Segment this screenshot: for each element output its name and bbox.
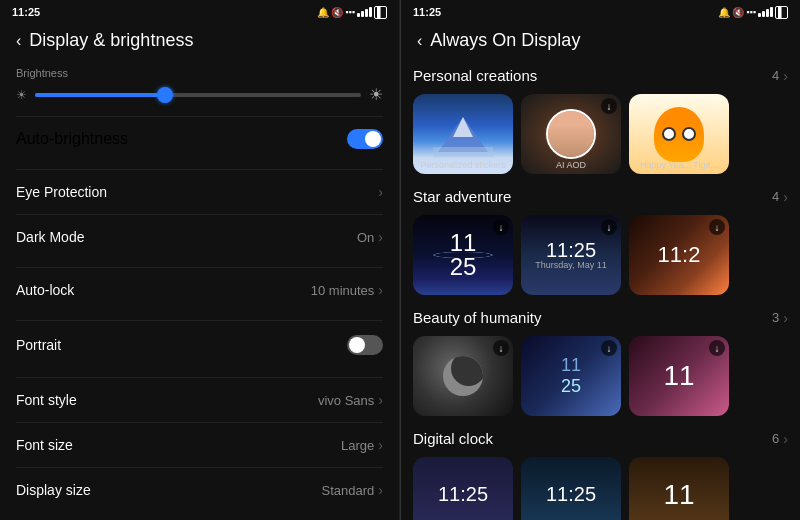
battery-icon-right: ▌	[775, 6, 788, 19]
personal-creations-row: Personalized stickers ↓ AI AOD	[413, 94, 788, 174]
bar4	[369, 7, 372, 17]
portrait-face	[548, 111, 594, 157]
page-title-right: Always On Display	[430, 30, 580, 51]
font-size-row[interactable]: Font size Large ›	[16, 422, 383, 467]
auto-lock-label: Auto-lock	[16, 282, 74, 298]
digital-count-chevron: ›	[783, 431, 788, 447]
dig2-time: 11:25	[546, 483, 596, 506]
display-size-status: Standard	[322, 483, 375, 498]
beauty-header: Beauty of humanity 3 ›	[413, 309, 788, 326]
personal-creations-count[interactable]: 4 ›	[772, 68, 788, 84]
auto-lock-row[interactable]: Auto-lock 10 minutes ›	[16, 267, 383, 312]
beauty2-min: 25	[561, 376, 581, 397]
font-style-row[interactable]: Font style vivo Sans ›	[16, 377, 383, 422]
auto-lock-value: 10 minutes ›	[311, 282, 383, 298]
status-icons-left: 🔔 🔇 ▪▪▪ ▌	[317, 6, 387, 19]
moon-shape	[443, 356, 483, 396]
personal-creations-title: Personal creations	[413, 67, 537, 84]
digital-count-number: 6	[772, 431, 779, 446]
star-adventure-count[interactable]: 4 ›	[772, 189, 788, 205]
aod-item-tiger[interactable]: Happy Yea... Tige...	[629, 94, 729, 174]
star-count-number: 4	[772, 189, 779, 204]
dig2-clock: 11:25	[546, 483, 596, 506]
star-adventure-header: Star adventure 4 ›	[413, 188, 788, 205]
aod-item-star2[interactable]: 11:25 Thursday, May 11 ↓	[521, 215, 621, 295]
personal-count-chevron: ›	[783, 68, 788, 84]
aod-item-dig2[interactable]: 11:25	[521, 457, 621, 520]
signal-bars-right	[758, 7, 773, 17]
dig1-clock: 11:25	[438, 483, 488, 506]
font-style-status: vivo Sans	[318, 393, 374, 408]
brightness-label: Brightness	[16, 67, 383, 79]
dig1-time: 11:25	[438, 483, 488, 506]
aod-item-dig1[interactable]: 11:25	[413, 457, 513, 520]
display-size-value: Standard ›	[322, 482, 383, 498]
aod-item-dig3[interactable]: 11	[629, 457, 729, 520]
portrait-toggle-knob	[349, 337, 365, 353]
aod-item-portrait[interactable]: ↓ AI AOD	[521, 94, 621, 174]
star2-badge: ↓	[601, 219, 617, 235]
beauty-count[interactable]: 3 ›	[772, 310, 788, 326]
star1-min: 25	[450, 255, 477, 279]
moon-shadow	[451, 356, 483, 386]
digital-count[interactable]: 6 ›	[772, 431, 788, 447]
eye-protection-label: Eye Protection	[16, 184, 107, 200]
left-panel: 11:25 🔔 🔇 ▪▪▪ ▌ ‹ Display & brightness B…	[0, 0, 400, 520]
digital-row: 11:25 11:25 11	[413, 457, 788, 520]
dark-mode-row[interactable]: Dark Mode On ›	[16, 214, 383, 259]
eye-protection-chevron: ›	[378, 184, 383, 200]
owl-shape	[654, 107, 704, 162]
personal-creations-header: Personal creations 4 ›	[413, 67, 788, 84]
back-button-left[interactable]: ‹	[16, 32, 21, 50]
dark-mode-chevron: ›	[378, 229, 383, 245]
notification-icon-right: 🔔	[718, 7, 730, 18]
star3-clock: 11:2	[658, 244, 701, 266]
brightness-slider[interactable]	[35, 93, 361, 97]
dark-mode-value: On ›	[357, 229, 383, 245]
signal-bars-left	[357, 7, 372, 17]
portrait-label: AI AOD	[521, 160, 621, 170]
page-title-left: Display & brightness	[29, 30, 193, 51]
right-panel: 11:25 🔔 🔇 ▪▪▪ ▌ ‹ Always On Display Pers…	[400, 0, 800, 520]
aod-item-beauty3[interactable]: 11 ↓	[629, 336, 729, 416]
portrait-row: Portrait	[16, 320, 383, 369]
bar2	[361, 11, 364, 17]
portrait-toggle[interactable]	[347, 335, 383, 355]
star-adventure-title: Star adventure	[413, 188, 511, 205]
bar1	[357, 13, 360, 17]
aod-content: Personal creations 4 › Personalized stic…	[401, 63, 800, 520]
beauty3-badge: ↓	[709, 340, 725, 356]
portrait-add-badge: ↓	[601, 98, 617, 114]
volume-icon: 🔇	[331, 7, 343, 18]
wifi-icon: ▪▪▪	[345, 7, 355, 17]
bar3	[365, 9, 368, 17]
beauty3-time: 11	[663, 360, 694, 392]
personal-count-number: 4	[772, 68, 779, 83]
aod-item-star1[interactable]: 11 25 ↓	[413, 215, 513, 295]
owl-eye-left	[662, 127, 676, 141]
dig3-time: 11	[663, 479, 694, 511]
star3-time: 11:2	[658, 244, 701, 266]
aod-item-star3[interactable]: 11:2 ↓	[629, 215, 729, 295]
rbar2	[762, 11, 765, 17]
svg-rect-2	[433, 147, 493, 157]
star2-date: Thursday, May 11	[535, 260, 606, 270]
display-size-label: Display size	[16, 482, 91, 498]
digital-clock-header: Digital clock 6 ›	[413, 430, 788, 447]
eye-protection-row[interactable]: Eye Protection ›	[16, 169, 383, 214]
auto-brightness-toggle[interactable]	[347, 129, 383, 149]
battery-icon: ▌	[374, 6, 387, 19]
volume-icon-right: 🔇	[732, 7, 744, 18]
display-size-row[interactable]: Display size Standard ›	[16, 467, 383, 512]
back-button-right[interactable]: ‹	[417, 32, 422, 50]
brightness-row: ☀ ☀	[16, 85, 383, 104]
mountain-svg	[433, 112, 493, 157]
status-bar-right: 11:25 🔔 🔇 ▪▪▪ ▌	[401, 0, 800, 22]
aod-item-beauty2[interactable]: 11 25 ↓	[521, 336, 621, 416]
beauty2-hour: 11	[561, 355, 581, 376]
aod-item-mountain[interactable]: Personalized stickers	[413, 94, 513, 174]
planet-ring	[433, 252, 493, 259]
aod-item-beauty1[interactable]: ↓	[413, 336, 513, 416]
status-bar-left: 11:25 🔔 🔇 ▪▪▪ ▌	[0, 0, 399, 22]
font-size-chevron: ›	[378, 437, 383, 453]
